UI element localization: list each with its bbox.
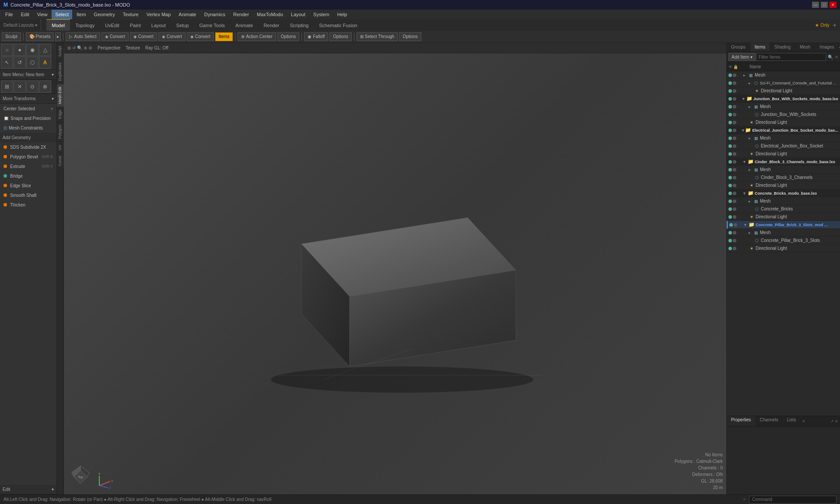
viewport-icon-4[interactable]: ⊕ <box>84 46 87 50</box>
rb-close-icon[interactable]: ✕ <box>835 419 838 424</box>
menu-dynamics[interactable]: Dynamics <box>201 10 229 19</box>
side-tab-duplicates[interactable]: Duplicates <box>57 60 64 84</box>
status-arrow[interactable]: > <box>743 497 746 502</box>
tab-mesh[interactable]: Mesh <box>795 43 815 51</box>
menu-view[interactable]: View <box>34 10 51 19</box>
convert-button-1[interactable]: ◈ Convert <box>102 32 129 41</box>
rb-tab-lists[interactable]: Lists <box>783 416 801 427</box>
convert-button-3[interactable]: ◈ Convert <box>158 32 186 41</box>
default-layouts-dropdown[interactable]: Default Layouts ▾ <box>4 23 37 28</box>
tree-row-scifi[interactable]: ▸ ⬡ Sci-Fi_Command_Console_and_Futuristi… <box>727 79 840 87</box>
items-button[interactable]: Items <box>215 32 233 41</box>
tool-hex[interactable]: ⬡ <box>26 56 38 69</box>
tree-row-concrete-mesh[interactable]: ▸ ▦ Mesh <box>727 197 840 205</box>
minimize-button[interactable]: — <box>812 2 819 8</box>
tool-text[interactable]: A <box>39 56 51 69</box>
tab-game-tools[interactable]: Game Tools <box>194 19 231 31</box>
menu-file[interactable]: File <box>2 10 17 19</box>
viewport-nav-cube[interactable]: Top X Y Z <box>67 464 121 491</box>
tool-triangle[interactable]: △ <box>39 44 51 56</box>
sculpt-button[interactable]: Sculpt <box>2 32 21 41</box>
auto-select-button[interactable]: ▷ Auto Select <box>66 32 100 41</box>
falloff-button[interactable]: ◉ Falloff <box>304 32 328 41</box>
tab-scripting[interactable]: Scripting <box>284 19 314 31</box>
titlebar-controls[interactable]: — □ ✕ <box>812 2 836 8</box>
sds-subdivide-item[interactable]: SDS Subdivide 2X <box>0 142 56 152</box>
tree-row-pillar-mesh[interactable]: ▸ ▦ Mesh <box>727 229 840 237</box>
viewport-icon-5[interactable]: ⚙ <box>88 46 92 50</box>
tree-row-cinder-item[interactable]: ⬡ Cinder_Block_3_Channels <box>727 174 840 182</box>
filter-items-input[interactable] <box>756 53 826 61</box>
add-item-button[interactable]: Add Item ▾ <box>728 53 756 61</box>
close-button[interactable]: ✕ <box>830 2 836 8</box>
mesh-constraints-item[interactable]: ⊡ Mesh Constraints <box>0 123 56 133</box>
tab-setup[interactable]: Setup <box>171 19 194 31</box>
menu-item[interactable]: Item <box>73 10 89 19</box>
falloff-options-button[interactable]: Options <box>329 32 351 41</box>
tree-row-cinder-folder[interactable]: ▾ 📁 Cinder_Block_3_Channels_modo_base.lx… <box>727 158 840 166</box>
tool-ring[interactable]: ◉ <box>26 44 38 56</box>
snaps-precision-item[interactable]: 🔲 Snaps and Precision <box>0 113 56 123</box>
menu-vertex-map[interactable]: Vertex Map <box>143 10 175 19</box>
menu-select[interactable]: Select <box>52 10 72 19</box>
tool-plus[interactable]: ⊕ <box>39 80 51 93</box>
menu-edit[interactable]: Edit <box>18 10 33 19</box>
tab-shading[interactable]: Shading <box>770 43 795 51</box>
add-tab-button[interactable]: + <box>831 21 836 28</box>
tree-row-elec-light[interactable]: ☀ Directional Light <box>727 150 840 158</box>
tree-row-concrete-folder[interactable]: ▾ 📁 Concrete_Bricks_modo_base.lxo <box>727 189 840 197</box>
tab-items[interactable]: Items <box>750 43 770 51</box>
action-options-button[interactable]: Options <box>277 32 299 41</box>
tool-sphere[interactable]: ● <box>14 44 26 56</box>
bridge-item[interactable]: Bridge <box>0 171 56 181</box>
menu-layout[interactable]: Layout <box>287 10 309 19</box>
tree-row-elec-item[interactable]: ⬡ Electrical_Junction_Box_Socket <box>727 142 840 150</box>
tool-circle[interactable]: ○ <box>1 44 13 56</box>
tab-images[interactable]: Images <box>815 43 839 51</box>
side-tab-sculpt[interactable]: Sculpt <box>57 43 64 60</box>
tree-row-concrete-item[interactable]: ⬡ Concrete_Bricks <box>727 205 840 213</box>
tree-row-junction-item[interactable]: ⬡ Junction_Box_With_Sockets <box>727 111 840 119</box>
viewport-icon-1[interactable]: ⊞ <box>67 46 71 50</box>
presets-button[interactable]: 🎨 Presets <box>26 32 54 41</box>
polygon-bevel-item[interactable]: Polygon Bevel Shift B <box>0 152 56 161</box>
tab-groups[interactable]: Groups <box>727 43 750 51</box>
maximize-button[interactable]: □ <box>821 2 828 8</box>
select-through-options-button[interactable]: Options <box>399 32 421 41</box>
extrude-item[interactable]: Extrude Shift X <box>0 161 56 171</box>
tab-layout[interactable]: Layout <box>146 19 171 31</box>
side-tab-curve[interactable]: Curve <box>57 153 64 169</box>
menu-render[interactable]: Render <box>230 10 252 19</box>
tree-row-pillar-folder[interactable]: ▾ 📁 Concrete_Pillar_Brick_3_Slots_mod ..… <box>727 221 840 229</box>
tab-animate[interactable]: Animate <box>230 19 258 31</box>
menu-texture[interactable]: Texture <box>119 10 142 19</box>
command-input[interactable] <box>749 496 836 504</box>
rb-expand-icon[interactable]: ↗ <box>830 419 834 424</box>
tool-grid[interactable]: ⊞ <box>1 80 13 93</box>
side-tab-uv[interactable]: UV <box>57 142 64 153</box>
center-selected-item[interactable]: Center Selected ▾ <box>0 104 56 113</box>
tree-row-concrete-light[interactable]: ☀ Directional Light <box>727 213 840 221</box>
action-center-button[interactable]: ⊕ Action Center <box>238 32 276 41</box>
viewport-icon-3[interactable]: 🔍 <box>77 46 82 50</box>
edit-dropdown[interactable]: Edit ▾ <box>0 485 56 494</box>
tree-row-elec-mesh[interactable]: ▸ ▦ Mesh <box>727 134 840 142</box>
smooth-shaft-item[interactable]: Smooth Shaft <box>0 190 56 200</box>
presets-options-button[interactable]: ▸ <box>55 32 61 41</box>
tab-schematic-fusion[interactable]: Schematic Fusion <box>314 19 362 31</box>
tab-uvedit[interactable]: UvEdit <box>100 19 124 31</box>
tool-target[interactable]: ⊙ <box>26 80 38 93</box>
menu-maxtomodo[interactable]: MaxToModo <box>253 10 287 19</box>
tab-topology[interactable]: Topology <box>70 19 100 31</box>
edge-slice-item[interactable]: Edge Slice <box>0 181 56 190</box>
tab-paint[interactable]: Paint <box>125 19 146 31</box>
tool-rotate[interactable]: ↺ <box>14 56 26 69</box>
item-menu-dropdown[interactable]: Item Menu: New Item ▾ <box>0 70 56 80</box>
viewport-icon-2[interactable]: ↺ <box>72 46 76 50</box>
tree-row-junction-mesh[interactable]: ▸ ▦ Mesh <box>727 103 840 111</box>
side-tab-edge[interactable]: Edge <box>57 107 64 122</box>
add-geometry-header[interactable]: Add Geometry <box>0 133 56 142</box>
select-through-button[interactable]: ⊞ Select Through <box>357 32 398 41</box>
tree-content[interactable]: ▸ ▦ Mesh ▸ ⬡ Sci-Fi_Command_Console_and_… <box>727 71 840 416</box>
tree-row-cinder-mesh[interactable]: ▸ ▦ Mesh <box>727 166 840 174</box>
